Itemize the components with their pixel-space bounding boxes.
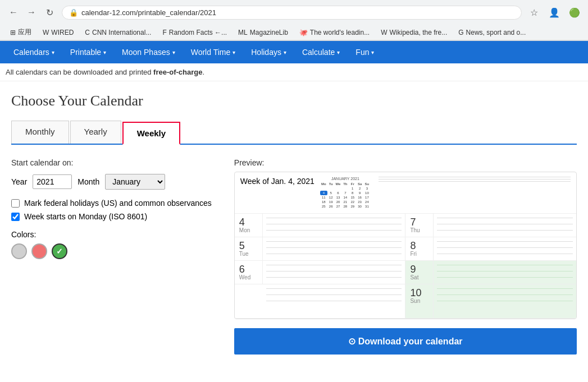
moon-caret: ▾ bbox=[172, 49, 175, 56]
mini-cal-day: 26 bbox=[327, 204, 335, 209]
mini-cal-day: 24 bbox=[363, 200, 371, 204]
bookmark-ml[interactable]: MLMagazineLib bbox=[234, 27, 293, 38]
bookmark-wired[interactable]: WWIRED bbox=[38, 27, 78, 38]
github-label: The world's leadin... bbox=[310, 29, 370, 36]
mini-cal-day: 31 bbox=[363, 204, 371, 209]
nav-item-printable[interactable]: Printable▾ bbox=[62, 41, 114, 63]
tabs: MonthlyYearlyWeekly bbox=[11, 121, 577, 145]
preview-row-1: 4 Mon 7 Thu bbox=[235, 214, 576, 237]
preview-row-2: 5 Tue 8 Fri bbox=[235, 237, 576, 261]
bookmark-github[interactable]: 🐙The world's leadin... bbox=[295, 27, 374, 38]
bookmark-guardian[interactable]: GNews, sport and o... bbox=[454, 27, 530, 38]
extension-button[interactable]: 🟢 bbox=[567, 4, 582, 20]
account-button[interactable]: 👤 bbox=[546, 4, 562, 20]
day-6-number: 6 bbox=[239, 264, 258, 274]
month-select[interactable]: JanuaryFebruaryMarchAprilMayJuneJulyAugu… bbox=[105, 174, 165, 190]
address-bar[interactable]: 🔒 calendar-12.com/printable_calendar/202… bbox=[62, 6, 522, 20]
github-icon: 🐙 bbox=[299, 29, 308, 36]
mini-cal-header: Fr bbox=[349, 182, 356, 186]
tab-yearly[interactable]: Yearly bbox=[70, 121, 121, 144]
download-button[interactable]: ⊙ Download your calendar bbox=[234, 328, 577, 355]
mini-calendar: JANUARY 2021 MoTuWeThFrSaSu1234567891011… bbox=[320, 177, 371, 209]
year-input[interactable] bbox=[33, 174, 72, 189]
preview-row-4: - 10 Sun bbox=[235, 284, 576, 319]
preview-section: Preview: Week of Jan. 4, 2021 JANUARY 20… bbox=[234, 158, 577, 355]
mini-cal-day: 14 bbox=[341, 195, 349, 200]
nav-item-holidays[interactable]: Holidays▾ bbox=[243, 41, 294, 63]
bookmark-apps[interactable]: ⊞应用 bbox=[6, 26, 36, 38]
mini-cal-header: Mo bbox=[320, 182, 327, 186]
form-preview: Start calendar on: Year Month JanuaryFeb… bbox=[11, 158, 577, 355]
mini-cal-day: 21 bbox=[341, 200, 349, 204]
mini-cal-day: 28 bbox=[341, 204, 349, 209]
mini-cal-day: 2 bbox=[356, 186, 363, 191]
mini-cal-day: 10 bbox=[363, 191, 371, 195]
mini-cal-day: 25 bbox=[320, 204, 327, 209]
mini-cal-grid: MoTuWeThFrSaSu12345678910111213141516171… bbox=[320, 182, 371, 209]
day-fri: 8 Fri bbox=[405, 237, 576, 260]
mini-cal-day: 22 bbox=[349, 200, 356, 204]
holidays-label: Holidays bbox=[251, 48, 281, 57]
iso-checkbox[interactable] bbox=[11, 213, 20, 221]
tab-yearly-label: Yearly bbox=[84, 127, 107, 136]
mini-cal-day: 5 bbox=[327, 191, 335, 195]
refresh-button[interactable]: ↻ bbox=[42, 4, 57, 20]
moon-label: Moon Phases bbox=[122, 48, 170, 57]
day-4-number: 4 bbox=[239, 217, 258, 227]
day-4-name: Mon bbox=[239, 227, 258, 233]
mini-cal-day: 20 bbox=[335, 200, 342, 204]
browser-toolbar: ← → ↻ 🔒 calendar-12.com/printable_calend… bbox=[0, 0, 588, 25]
flipboard-icon: F bbox=[162, 29, 166, 36]
color-pink[interactable] bbox=[31, 243, 47, 259]
day-5-number: 5 bbox=[239, 241, 258, 251]
star-button[interactable]: ☆ bbox=[526, 4, 542, 20]
nav-item-worldtime[interactable]: World Time▾ bbox=[183, 41, 244, 63]
info-dot: . bbox=[203, 68, 205, 76]
forward-button[interactable]: → bbox=[24, 4, 39, 20]
tab-monthly[interactable]: Monthly bbox=[11, 121, 69, 144]
tab-weekly-label: Weekly bbox=[137, 128, 166, 138]
guardian-label: News, sport and o... bbox=[466, 29, 526, 36]
color-green[interactable]: ✓ bbox=[52, 243, 67, 259]
wired-icon: W bbox=[43, 29, 49, 36]
week-label: Week of Jan. 4, 2021 bbox=[240, 177, 314, 186]
browser-chrome: ← → ↻ 🔒 calendar-12.com/printable_calend… bbox=[0, 0, 588, 41]
mini-cal-header: We bbox=[335, 182, 342, 186]
bookmark-cnn[interactable]: CCNN International... bbox=[80, 27, 156, 38]
back-button[interactable]: ← bbox=[6, 4, 21, 20]
mini-cal-day: 19 bbox=[327, 200, 335, 204]
day-6-name: Wed bbox=[239, 274, 258, 280]
bookmark-flipboard[interactable]: FRandom Facts ←... bbox=[158, 27, 231, 38]
day-9-name: Sat bbox=[410, 274, 429, 280]
holidays-checkbox[interactable] bbox=[11, 199, 20, 208]
nav-item-moon[interactable]: Moon Phases▾ bbox=[114, 41, 183, 63]
ml-label: MagazineLib bbox=[250, 29, 288, 36]
info-bold: free-of-charge bbox=[153, 68, 202, 76]
url-text: calendar-12.com/printable_calendar/2021 bbox=[81, 8, 216, 17]
day-mon: 4 Mon bbox=[235, 214, 406, 237]
nav-item-fun[interactable]: Fun▾ bbox=[348, 41, 382, 63]
form-section: Start calendar on: Year Month JanuaryFeb… bbox=[11, 158, 212, 355]
guardian-icon: G bbox=[458, 29, 463, 36]
mini-cal-day: 1 bbox=[349, 186, 356, 191]
fun-label: Fun bbox=[355, 48, 369, 57]
color-gray[interactable] bbox=[11, 243, 27, 259]
page-title: Choose Your Calendar bbox=[11, 93, 577, 109]
nav-item-calculate[interactable]: Calculate▾ bbox=[294, 41, 348, 63]
calendars-caret: ▾ bbox=[52, 49, 54, 56]
mini-cal-day: 30 bbox=[356, 204, 363, 209]
tab-weekly[interactable]: Weekly bbox=[122, 122, 180, 145]
mini-cal-day bbox=[335, 186, 342, 191]
mini-cal-title: JANUARY 2021 bbox=[320, 177, 371, 181]
day-wed: 6 Wed bbox=[235, 261, 406, 284]
day-sat: 9 Sat bbox=[405, 261, 576, 284]
mini-cal-day bbox=[320, 186, 327, 191]
bookmark-wikipedia[interactable]: WWikipedia, the fre... bbox=[376, 27, 452, 38]
mini-cal-day: 11 bbox=[320, 195, 327, 200]
mini-cal-day: 27 bbox=[335, 204, 342, 209]
worldtime-caret: ▾ bbox=[233, 49, 235, 56]
day-sun: 10 Sun bbox=[405, 284, 576, 318]
nav-item-calendars[interactable]: Calendars▾ bbox=[6, 41, 62, 63]
printable-label: Printable bbox=[70, 48, 101, 57]
iso-label: Week starts on Monday (ISO 8601) bbox=[24, 212, 147, 221]
